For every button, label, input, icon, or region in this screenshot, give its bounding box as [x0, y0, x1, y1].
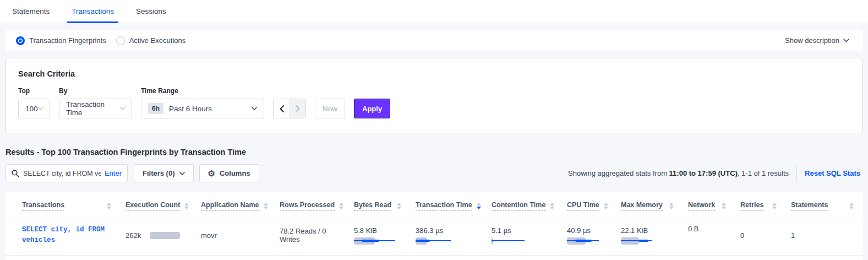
sort-icon[interactable] [722, 203, 726, 209]
sort-icon[interactable] [669, 203, 674, 209]
by-field: By Transaction Time [59, 87, 132, 118]
sort-icon[interactable] [264, 203, 268, 209]
application-name-value: movr [201, 231, 217, 240]
sort-icon[interactable] [849, 203, 854, 209]
col-header-bytes-read[interactable]: Bytes Read [348, 192, 410, 218]
search-criteria-title: Search Criteria [18, 69, 850, 78]
col-header-transaction-time[interactable]: Transaction Time [410, 192, 486, 218]
chevron-right-icon [296, 105, 300, 112]
sort-icon[interactable] [550, 203, 554, 209]
transaction-fingerprint-link[interactable]: SELECT city, id FROM vehicles [22, 225, 111, 246]
show-description-toggle[interactable]: Show description [785, 36, 849, 45]
gear-icon: ⚙ [208, 169, 215, 177]
sort-icon[interactable] [184, 203, 189, 209]
apply-button[interactable]: Apply [354, 99, 390, 118]
filters-button[interactable]: Filters (0) [134, 164, 194, 182]
cell-application-name: movr [195, 218, 274, 256]
cell-retries: 0 [735, 218, 785, 256]
stats-suffix: , 1-1 of 1 results [738, 169, 789, 177]
vertical-divider [796, 165, 797, 182]
chevron-down-icon [843, 39, 849, 42]
execution-count-value: 262k [125, 231, 141, 240]
by-select[interactable]: Transaction Time [59, 99, 132, 118]
statements-value: 1 [791, 231, 795, 240]
time-range-select[interactable]: 6h Past 6 Hours [141, 99, 264, 118]
sort-icon[interactable] [772, 203, 777, 209]
tab-sessions[interactable]: Sessions [132, 7, 171, 23]
transaction-time-value: 386.3 µs [416, 226, 477, 235]
cell-transaction-time: 386.3 µs [410, 218, 486, 256]
col-header-contention-time[interactable]: Contention Time [486, 192, 561, 218]
results-controls-row: Enter Filters (0) ⚙ Columns Showing aggr… [6, 164, 862, 182]
top-label: Top [18, 87, 50, 95]
max-memory-value: 22.1 KiB [621, 226, 674, 235]
bytes-read-bar [354, 237, 401, 245]
cell-bytes-read: 5.8 KiB [348, 218, 410, 256]
col-header-rows-processed[interactable]: Rows Processed [274, 192, 348, 218]
view-toggle-row: Transaction Fingerprints Active Executio… [6, 30, 862, 51]
stats-prefix: Showing aggregated stats from [568, 169, 669, 177]
sort-icon[interactable] [604, 203, 608, 209]
sort-icon-active-desc[interactable] [477, 203, 481, 209]
stats-range: 11:00 to 17:59 (UTC) [669, 169, 738, 177]
cell-rows-processed: 78.2 Reads / 0 Writes [274, 218, 348, 256]
reset-sql-stats-link[interactable]: Reset SQL Stats [805, 169, 860, 177]
cpu-time-bar [567, 237, 607, 245]
col-header-max-memory[interactable]: Max Memory [615, 192, 683, 218]
now-button[interactable]: Now [315, 99, 345, 118]
radio-label: Transaction Fingerprints [29, 36, 106, 45]
radio-transaction-fingerprints[interactable]: Transaction Fingerprints [16, 36, 106, 45]
chevron-down-icon [120, 107, 125, 110]
chevron-down-icon [179, 172, 185, 175]
time-back-button[interactable] [274, 99, 290, 118]
chevron-left-icon [280, 105, 284, 112]
sort-icon[interactable] [397, 203, 401, 209]
col-header-transactions[interactable]: Transactions [6, 192, 120, 218]
col-header-cpu-time[interactable]: CPU Time [561, 192, 615, 218]
results-table-card: Transactions Execution Count Application… [6, 192, 862, 260]
radio-unselected-icon [116, 36, 125, 45]
table-row: SELECT city, id FROM vehicles 262k movr … [6, 218, 862, 256]
cell-network: 0 B [683, 218, 735, 256]
columns-button[interactable]: ⚙ Columns [199, 164, 259, 182]
time-range-field: Time Range 6h Past 6 Hours [141, 87, 264, 118]
sort-icon[interactable] [107, 203, 111, 209]
tab-transactions[interactable]: Transactions [67, 7, 118, 23]
search-icon [12, 170, 19, 177]
top-tab-bar: Statements Transactions Sessions [0, 0, 868, 23]
top-field: Top 100 [18, 87, 50, 118]
col-header-statements[interactable]: Statements [785, 192, 862, 218]
search-input[interactable] [23, 170, 101, 177]
radio-label: Active Executions [129, 36, 186, 45]
col-header-application-name[interactable]: Application Name [195, 192, 274, 218]
col-header-execution-count[interactable]: Execution Count [120, 192, 195, 218]
table-header-row: Transactions Execution Count Application… [6, 192, 862, 218]
bytes-read-value: 5.8 KiB [354, 226, 401, 235]
execution-count-bar [150, 232, 180, 239]
search-enter-hint[interactable]: Enter [105, 169, 122, 177]
results-heading: Results - Top 100 Transaction Fingerprin… [6, 148, 862, 156]
by-label: By [59, 87, 132, 95]
time-range-value: Past 6 Hours [169, 105, 212, 113]
filters-label: Filters (0) [143, 169, 175, 177]
col-header-retries[interactable]: Retries [735, 192, 785, 218]
col-header-network[interactable]: Network [683, 192, 735, 218]
cell-transactions: SELECT city, id FROM vehicles [6, 218, 120, 256]
cell-max-memory: 22.1 KiB [615, 218, 683, 256]
tab-statements[interactable]: Statements [8, 7, 54, 23]
chevron-down-icon [38, 107, 43, 110]
cell-execution-count: 262k [120, 218, 195, 256]
time-nav-group [273, 99, 306, 118]
chevron-down-icon [252, 107, 257, 110]
retries-value: 0 [740, 231, 744, 240]
network-value: 0 B [688, 225, 699, 233]
cell-cpu-time: 40.9 µs [561, 218, 615, 256]
search-box[interactable]: Enter [6, 164, 128, 182]
radio-selected-icon [16, 36, 25, 45]
max-memory-bar [621, 237, 674, 245]
time-forward-button[interactable] [290, 99, 305, 118]
show-description-label: Show description [785, 36, 839, 45]
radio-active-executions[interactable]: Active Executions [116, 36, 186, 45]
top-select[interactable]: 100 [18, 99, 50, 118]
sort-icon[interactable] [339, 203, 343, 209]
